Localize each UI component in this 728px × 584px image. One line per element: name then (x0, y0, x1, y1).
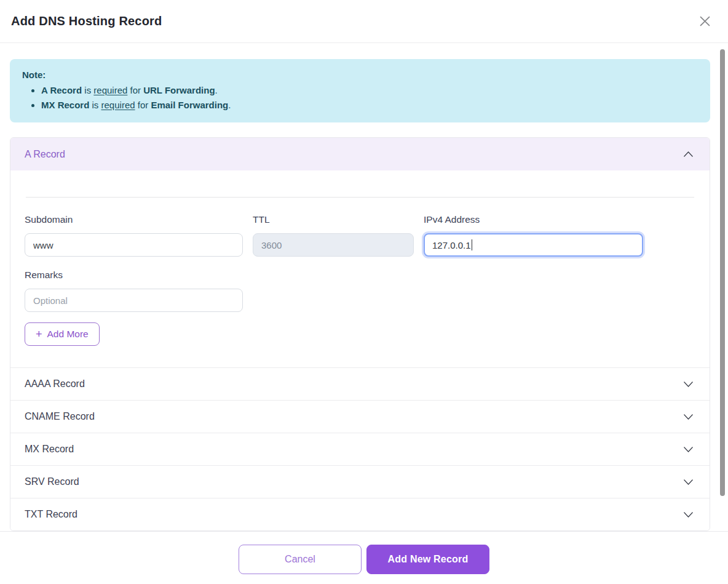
chevron-down-icon (683, 381, 694, 388)
note-box: Note: A Record is required for URL Forwa… (10, 59, 710, 122)
accordion-header-cname-record[interactable]: CNAME Record (10, 400, 710, 433)
remarks-field-group: Remarks (25, 270, 243, 312)
subdomain-field-group: Subdomain (25, 214, 243, 257)
note-item-a-record: A Record is required for URL Forwarding. (41, 83, 699, 98)
note-heading: Note: (22, 68, 699, 81)
aaaa-record-title: AAAA Record (25, 378, 85, 390)
accordion-header-a-record[interactable]: A Record (10, 138, 710, 170)
text-cursor (472, 239, 473, 250)
remarks-label: Remarks (25, 270, 243, 281)
chevron-down-icon (683, 479, 694, 486)
modal-body: Note: A Record is required for URL Forwa… (0, 43, 728, 531)
txt-record-title: TXT Record (25, 509, 77, 520)
close-icon[interactable] (695, 12, 714, 31)
a-record-title: A Record (25, 149, 65, 160)
ttl-field-group: TTL (253, 214, 414, 257)
srv-record-title: SRV Record (25, 476, 79, 487)
ttl-label: TTL (253, 214, 414, 225)
chevron-up-icon (683, 151, 694, 158)
plus-icon: + (36, 329, 42, 340)
ipv4-input[interactable]: 127.0.0.1 (424, 233, 643, 257)
modal-header: Add DNS Hosting Record (0, 0, 728, 43)
close-x-glyph (698, 14, 712, 28)
subdomain-input[interactable] (25, 233, 243, 257)
scrollbar-thumb[interactable] (720, 49, 725, 496)
accordion-header-txt-record[interactable]: TXT Record (10, 498, 710, 530)
cancel-button[interactable]: Cancel (239, 545, 362, 574)
accordion-header-srv-record[interactable]: SRV Record (10, 465, 710, 498)
scrollbar-track[interactable] (720, 44, 726, 526)
add-more-label: Add More (47, 329, 89, 340)
add-more-button[interactable]: + Add More (25, 322, 100, 346)
add-new-record-button[interactable]: Add New Record (366, 545, 489, 574)
chevron-down-icon (683, 446, 694, 453)
remarks-input[interactable] (25, 289, 243, 312)
add-dns-record-modal: Add DNS Hosting Record Note: A Record is… (0, 0, 728, 584)
accordion-header-mx-record[interactable]: MX Record (10, 433, 710, 465)
panel-divider (26, 197, 694, 198)
subdomain-label: Subdomain (25, 214, 243, 225)
note-list: A Record is required for URL Forwarding.… (41, 83, 699, 113)
cname-record-title: CNAME Record (25, 411, 95, 422)
note-item-mx-record: MX Record is required for Email Forwardi… (41, 98, 699, 113)
ttl-input (253, 233, 414, 257)
mx-record-title: MX Record (25, 444, 74, 455)
chevron-down-icon (683, 414, 694, 420)
chevron-down-icon (683, 511, 694, 518)
record-accordion: A Record Subdomain TTL (10, 137, 710, 531)
a-record-panel: Subdomain TTL IPv4 Address 127.0.0.1 Rem… (10, 197, 710, 367)
accordion-header-aaaa-record[interactable]: AAAA Record (10, 367, 710, 400)
ipv4-label: IPv4 Address (424, 214, 643, 225)
ipv4-field-group: IPv4 Address 127.0.0.1 (424, 214, 643, 257)
a-record-form-row: Subdomain TTL IPv4 Address 127.0.0.1 (25, 214, 695, 257)
modal-footer: Cancel Add New Record (0, 531, 728, 584)
page-title: Add DNS Hosting Record (11, 14, 162, 28)
